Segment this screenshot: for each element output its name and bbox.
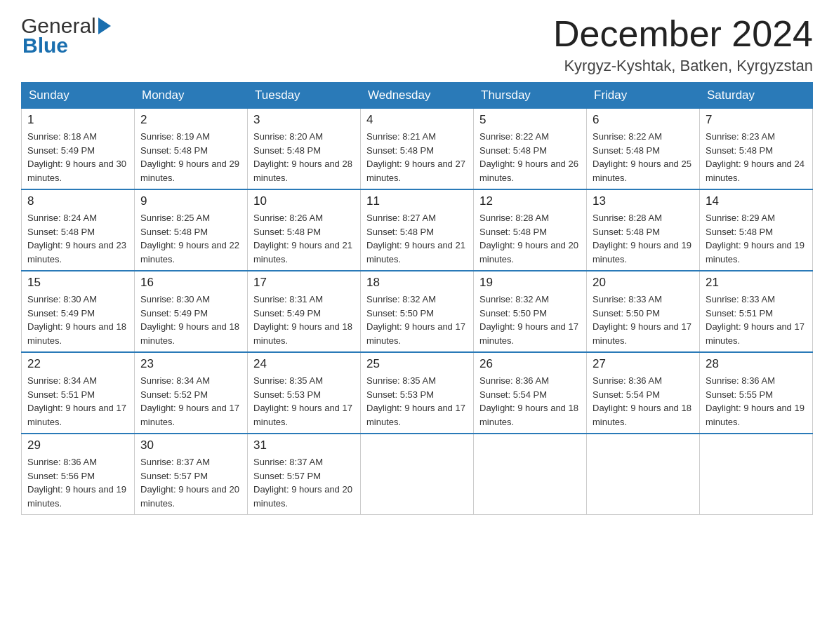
page-header: General Blue December 2024 Kyrgyz-Kyshta… bbox=[21, 14, 813, 75]
col-monday: Monday bbox=[135, 83, 248, 109]
day-number: 22 bbox=[27, 357, 128, 371]
day-number: 29 bbox=[27, 438, 128, 452]
table-row bbox=[700, 434, 813, 515]
day-number: 20 bbox=[593, 276, 694, 290]
day-number: 27 bbox=[593, 357, 694, 371]
table-row: 22 Sunrise: 8:34 AM Sunset: 5:51 PM Dayl… bbox=[22, 352, 135, 434]
day-number: 21 bbox=[706, 276, 807, 290]
table-row: 3 Sunrise: 8:20 AM Sunset: 5:48 PM Dayli… bbox=[248, 109, 361, 190]
day-info: Sunrise: 8:30 AM Sunset: 5:49 PM Dayligh… bbox=[27, 293, 128, 347]
logo: General Blue bbox=[21, 14, 111, 58]
day-number: 5 bbox=[479, 113, 581, 127]
table-row: 17 Sunrise: 8:31 AM Sunset: 5:49 PM Dayl… bbox=[248, 271, 361, 352]
col-sunday: Sunday bbox=[22, 83, 135, 109]
day-info: Sunrise: 8:34 AM Sunset: 5:51 PM Dayligh… bbox=[27, 374, 128, 429]
table-row: 28 Sunrise: 8:36 AM Sunset: 5:55 PM Dayl… bbox=[700, 352, 813, 434]
table-row: 14 Sunrise: 8:29 AM Sunset: 5:48 PM Dayl… bbox=[700, 189, 813, 271]
day-info: Sunrise: 8:21 AM Sunset: 5:48 PM Dayligh… bbox=[366, 130, 468, 185]
day-info: Sunrise: 8:29 AM Sunset: 5:48 PM Dayligh… bbox=[706, 211, 807, 266]
table-row: 10 Sunrise: 8:26 AM Sunset: 5:48 PM Dayl… bbox=[248, 189, 361, 271]
day-number: 14 bbox=[706, 194, 807, 208]
day-info: Sunrise: 8:34 AM Sunset: 5:52 PM Dayligh… bbox=[140, 374, 241, 429]
table-row: 12 Sunrise: 8:28 AM Sunset: 5:48 PM Dayl… bbox=[474, 189, 587, 271]
day-number: 15 bbox=[27, 276, 128, 290]
day-info: Sunrise: 8:20 AM Sunset: 5:48 PM Dayligh… bbox=[253, 130, 355, 185]
table-row: 1 Sunrise: 8:18 AM Sunset: 5:49 PM Dayli… bbox=[22, 109, 135, 190]
day-info: Sunrise: 8:27 AM Sunset: 5:48 PM Dayligh… bbox=[366, 211, 468, 266]
day-info: Sunrise: 8:23 AM Sunset: 5:48 PM Dayligh… bbox=[706, 130, 807, 185]
day-info: Sunrise: 8:33 AM Sunset: 5:50 PM Dayligh… bbox=[593, 293, 694, 347]
day-info: Sunrise: 8:26 AM Sunset: 5:48 PM Dayligh… bbox=[253, 211, 355, 266]
table-row: 6 Sunrise: 8:22 AM Sunset: 5:48 PM Dayli… bbox=[587, 109, 700, 190]
table-row: 27 Sunrise: 8:36 AM Sunset: 5:54 PM Dayl… bbox=[587, 352, 700, 434]
table-row: 19 Sunrise: 8:32 AM Sunset: 5:50 PM Dayl… bbox=[474, 271, 587, 352]
table-row: 16 Sunrise: 8:30 AM Sunset: 5:49 PM Dayl… bbox=[135, 271, 248, 352]
logo-blue-text: Blue bbox=[21, 34, 68, 58]
col-tuesday: Tuesday bbox=[248, 83, 361, 109]
calendar-table: Sunday Monday Tuesday Wednesday Thursday… bbox=[21, 82, 813, 515]
day-info: Sunrise: 8:31 AM Sunset: 5:49 PM Dayligh… bbox=[253, 293, 355, 347]
day-number: 17 bbox=[253, 276, 355, 290]
col-friday: Friday bbox=[587, 83, 700, 109]
table-row: 23 Sunrise: 8:34 AM Sunset: 5:52 PM Dayl… bbox=[135, 352, 248, 434]
title-section: December 2024 Kyrgyz-Kyshtak, Batken, Ky… bbox=[553, 14, 813, 75]
day-number: 28 bbox=[706, 357, 807, 371]
col-saturday: Saturday bbox=[700, 83, 813, 109]
day-info: Sunrise: 8:18 AM Sunset: 5:49 PM Dayligh… bbox=[27, 130, 128, 185]
table-row bbox=[361, 434, 474, 515]
day-info: Sunrise: 8:36 AM Sunset: 5:55 PM Dayligh… bbox=[706, 374, 807, 429]
calendar-header-row: Sunday Monday Tuesday Wednesday Thursday… bbox=[22, 83, 813, 109]
day-number: 26 bbox=[479, 357, 581, 371]
table-row: 18 Sunrise: 8:32 AM Sunset: 5:50 PM Dayl… bbox=[361, 271, 474, 352]
day-info: Sunrise: 8:28 AM Sunset: 5:48 PM Dayligh… bbox=[479, 211, 581, 266]
table-row: 9 Sunrise: 8:25 AM Sunset: 5:48 PM Dayli… bbox=[135, 189, 248, 271]
col-thursday: Thursday bbox=[474, 83, 587, 109]
day-info: Sunrise: 8:24 AM Sunset: 5:48 PM Dayligh… bbox=[27, 211, 128, 266]
table-row: 30 Sunrise: 8:37 AM Sunset: 5:57 PM Dayl… bbox=[135, 434, 248, 515]
day-number: 6 bbox=[593, 113, 694, 127]
table-row: 31 Sunrise: 8:37 AM Sunset: 5:57 PM Dayl… bbox=[248, 434, 361, 515]
day-number: 2 bbox=[140, 113, 241, 127]
day-number: 18 bbox=[366, 276, 468, 290]
table-row bbox=[587, 434, 700, 515]
location-subtitle: Kyrgyz-Kyshtak, Batken, Kyrgyzstan bbox=[553, 57, 813, 75]
table-row: 26 Sunrise: 8:36 AM Sunset: 5:54 PM Dayl… bbox=[474, 352, 587, 434]
day-info: Sunrise: 8:32 AM Sunset: 5:50 PM Dayligh… bbox=[366, 293, 468, 347]
table-row: 5 Sunrise: 8:22 AM Sunset: 5:48 PM Dayli… bbox=[474, 109, 587, 190]
day-number: 25 bbox=[366, 357, 468, 371]
day-info: Sunrise: 8:28 AM Sunset: 5:48 PM Dayligh… bbox=[593, 211, 694, 266]
day-info: Sunrise: 8:36 AM Sunset: 5:56 PM Dayligh… bbox=[27, 455, 128, 510]
table-row: 15 Sunrise: 8:30 AM Sunset: 5:49 PM Dayl… bbox=[22, 271, 135, 352]
calendar-week-row: 22 Sunrise: 8:34 AM Sunset: 5:51 PM Dayl… bbox=[22, 352, 813, 434]
day-number: 4 bbox=[366, 113, 468, 127]
day-info: Sunrise: 8:35 AM Sunset: 5:53 PM Dayligh… bbox=[366, 374, 468, 429]
calendar-week-row: 1 Sunrise: 8:18 AM Sunset: 5:49 PM Dayli… bbox=[22, 109, 813, 190]
calendar-week-row: 15 Sunrise: 8:30 AM Sunset: 5:49 PM Dayl… bbox=[22, 271, 813, 352]
table-row: 2 Sunrise: 8:19 AM Sunset: 5:48 PM Dayli… bbox=[135, 109, 248, 190]
calendar-week-row: 29 Sunrise: 8:36 AM Sunset: 5:56 PM Dayl… bbox=[22, 434, 813, 515]
day-number: 1 bbox=[27, 113, 128, 127]
table-row: 25 Sunrise: 8:35 AM Sunset: 5:53 PM Dayl… bbox=[361, 352, 474, 434]
table-row: 4 Sunrise: 8:21 AM Sunset: 5:48 PM Dayli… bbox=[361, 109, 474, 190]
day-info: Sunrise: 8:22 AM Sunset: 5:48 PM Dayligh… bbox=[479, 130, 581, 185]
day-info: Sunrise: 8:35 AM Sunset: 5:53 PM Dayligh… bbox=[253, 374, 355, 429]
day-number: 8 bbox=[27, 194, 128, 208]
day-number: 23 bbox=[140, 357, 241, 371]
day-info: Sunrise: 8:30 AM Sunset: 5:49 PM Dayligh… bbox=[140, 293, 241, 347]
day-info: Sunrise: 8:32 AM Sunset: 5:50 PM Dayligh… bbox=[479, 293, 581, 347]
table-row: 11 Sunrise: 8:27 AM Sunset: 5:48 PM Dayl… bbox=[361, 189, 474, 271]
table-row: 20 Sunrise: 8:33 AM Sunset: 5:50 PM Dayl… bbox=[587, 271, 700, 352]
day-info: Sunrise: 8:22 AM Sunset: 5:48 PM Dayligh… bbox=[593, 130, 694, 185]
table-row: 21 Sunrise: 8:33 AM Sunset: 5:51 PM Dayl… bbox=[700, 271, 813, 352]
day-info: Sunrise: 8:36 AM Sunset: 5:54 PM Dayligh… bbox=[479, 374, 581, 429]
calendar-week-row: 8 Sunrise: 8:24 AM Sunset: 5:48 PM Dayli… bbox=[22, 189, 813, 271]
table-row: 29 Sunrise: 8:36 AM Sunset: 5:56 PM Dayl… bbox=[22, 434, 135, 515]
day-number: 31 bbox=[253, 438, 355, 452]
day-info: Sunrise: 8:37 AM Sunset: 5:57 PM Dayligh… bbox=[140, 455, 241, 510]
day-number: 19 bbox=[479, 276, 581, 290]
table-row: 13 Sunrise: 8:28 AM Sunset: 5:48 PM Dayl… bbox=[587, 189, 700, 271]
day-info: Sunrise: 8:36 AM Sunset: 5:54 PM Dayligh… bbox=[593, 374, 694, 429]
day-info: Sunrise: 8:37 AM Sunset: 5:57 PM Dayligh… bbox=[253, 455, 355, 510]
month-title: December 2024 bbox=[553, 14, 813, 54]
day-number: 3 bbox=[253, 113, 355, 127]
